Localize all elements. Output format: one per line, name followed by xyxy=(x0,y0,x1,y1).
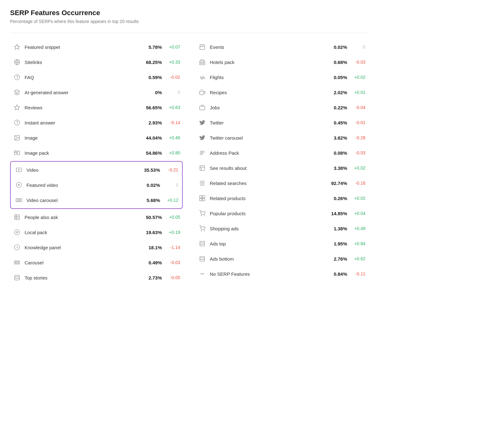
feature-row-flights[interactable]: Flights0.05%+0.02 xyxy=(195,70,368,85)
video-icon xyxy=(14,165,23,174)
feature-row-video[interactable]: Video35.53%-0.21 xyxy=(12,162,181,177)
ads-top-change: +0.84 xyxy=(350,241,365,246)
sitelinks-value: 68.25% xyxy=(140,60,162,65)
svg-rect-55 xyxy=(200,199,202,201)
events-value: 0.02% xyxy=(325,44,347,50)
feature-row-carousel[interactable]: Carousel0.49%-0.03 xyxy=(10,255,183,270)
feature-row-shopping-ads[interactable]: Shopping ads1.38%+0.49 xyxy=(195,221,368,236)
featured-snippet-icon xyxy=(13,43,21,51)
video-value: 35.53% xyxy=(138,167,160,173)
feature-row-no-serp[interactable]: No SERP Features0.84%-0.11 xyxy=(195,266,368,281)
left-column: Featured snippet5.78%+0.07Sitelinks68.25… xyxy=(10,39,183,285)
feature-row-image-pack[interactable]: Image pack54.86%+0.80 xyxy=(10,145,183,160)
feature-row-featured-snippet[interactable]: Featured snippet5.78%+0.07 xyxy=(10,39,183,55)
related-products-name: Related products xyxy=(210,196,322,201)
feature-row-events[interactable]: Events0.02%0 xyxy=(195,39,368,55)
video-carousel-value: 5.68% xyxy=(138,198,160,203)
people-ask-name: People also ask xyxy=(25,215,137,220)
jobs-change: -0.04 xyxy=(350,105,365,110)
feature-row-featured-video[interactable]: Featured video0.02%0 xyxy=(12,177,181,193)
feature-row-twitter[interactable]: Twitter0.45%-0.01 xyxy=(195,115,368,130)
faq-name: FAQ xyxy=(25,75,137,80)
shopping-ads-value: 1.38% xyxy=(325,226,347,231)
svg-point-6 xyxy=(14,120,20,125)
see-results-value: 3.38% xyxy=(325,165,347,171)
twitter-carousel-icon xyxy=(198,133,207,142)
image-icon xyxy=(13,133,21,142)
feature-row-see-results[interactable]: See results about3.38%+0.02 xyxy=(195,160,368,176)
feature-row-address-pack[interactable]: Address Pack0.08%-0.03 xyxy=(195,145,368,160)
feature-row-local-pack[interactable]: Local pack19.63%+0.19 xyxy=(10,225,183,240)
ads-bottom-icon xyxy=(198,254,207,263)
feature-row-image[interactable]: Image44.04%+0.46 xyxy=(10,130,183,145)
sitelinks-icon xyxy=(13,58,21,66)
people-ask-change: +0.05 xyxy=(165,215,180,220)
divider xyxy=(10,33,368,33)
feature-columns: Featured snippet5.78%+0.07Sitelinks68.25… xyxy=(10,39,368,285)
feature-row-ai-answer[interactable]: AI-generated answer0%0 xyxy=(10,85,183,100)
svg-rect-63 xyxy=(200,241,205,246)
feature-row-reviews[interactable]: Reviews56.65%+0.63 xyxy=(10,100,183,115)
local-pack-name: Local pack xyxy=(25,230,137,235)
feature-row-video-carousel[interactable]: Video carousel5.68%+0.12 xyxy=(12,193,181,208)
feature-row-people-ask[interactable]: People also ask50.57%+0.05 xyxy=(10,210,183,225)
svg-rect-29 xyxy=(18,261,20,264)
feature-row-top-stories[interactable]: Top stories2.73%-0.05 xyxy=(10,270,183,285)
feature-row-instant-answer[interactable]: Instant answer2.93%-0.14 xyxy=(10,115,183,130)
page-subtitle: Percentage of SERPs where this feature a… xyxy=(10,19,368,24)
svg-rect-57 xyxy=(200,196,202,198)
svg-rect-18 xyxy=(18,199,20,202)
feature-row-related-searches[interactable]: Related searches92.74%-0.16 xyxy=(195,176,368,191)
feature-row-sitelinks[interactable]: Sitelinks68.25%+0.33 xyxy=(10,55,183,70)
svg-rect-56 xyxy=(203,199,205,201)
svg-marker-0 xyxy=(14,44,20,49)
feature-row-ads-bottom[interactable]: Ads bottom2.76%+0.62 xyxy=(195,251,368,266)
video-carousel-name: Video carousel xyxy=(26,198,135,203)
see-results-change: +0.02 xyxy=(350,165,365,170)
see-results-icon xyxy=(198,164,207,172)
carousel-name: Carousel xyxy=(25,260,137,265)
svg-rect-38 xyxy=(201,62,202,63)
events-name: Events xyxy=(210,44,322,50)
svg-rect-33 xyxy=(200,45,205,49)
feature-row-knowledge-panel[interactable]: Knowledge panel18.1%-1.14 xyxy=(10,240,183,255)
feature-row-related-products[interactable]: Related products0.26%+0.02 xyxy=(195,191,368,206)
svg-rect-10 xyxy=(14,151,17,155)
svg-point-9 xyxy=(16,136,17,137)
knowledge-panel-value: 18.1% xyxy=(140,245,162,250)
feature-row-faq[interactable]: FAQ0.59%-0.02 xyxy=(10,70,183,85)
sitelinks-name: Sitelinks xyxy=(25,60,137,65)
svg-point-24 xyxy=(14,230,20,235)
video-carousel-change: +0.12 xyxy=(163,198,178,203)
no-serp-name: No SERP Features xyxy=(210,271,322,277)
knowledge-panel-icon xyxy=(13,243,21,252)
feature-row-twitter-carousel[interactable]: Twitter carousel3.82%-0.28 xyxy=(195,130,368,145)
shopping-ads-name: Shopping ads xyxy=(210,226,322,231)
right-column: Events0.02%0Hotels pack0.68%-0.03Flights… xyxy=(195,39,368,285)
image-pack-icon xyxy=(13,148,21,157)
featured-snippet-value: 5.78% xyxy=(140,44,162,50)
events-change: 0 xyxy=(350,44,365,49)
address-pack-change: -0.03 xyxy=(350,150,365,155)
feature-row-popular-products[interactable]: Popular products14.85%+0.04 xyxy=(195,206,368,221)
feature-row-ads-top[interactable]: Ads top1.95%+0.84 xyxy=(195,236,368,251)
twitter-carousel-value: 3.82% xyxy=(325,135,347,141)
featured-video-value: 0.02% xyxy=(138,182,160,188)
recipes-change: +0.01 xyxy=(350,90,365,95)
feature-row-hotels-pack[interactable]: Hotels pack0.68%-0.03 xyxy=(195,55,368,70)
svg-point-60 xyxy=(204,216,205,216)
carousel-value: 0.49% xyxy=(140,260,162,265)
reviews-name: Reviews xyxy=(25,105,137,110)
hotels-pack-value: 0.68% xyxy=(325,60,347,65)
featured-video-icon xyxy=(14,181,23,189)
related-searches-name: Related searches xyxy=(210,181,322,186)
popular-products-value: 14.85% xyxy=(325,211,347,216)
popular-products-icon xyxy=(198,209,207,218)
svg-marker-5 xyxy=(14,105,20,110)
featured-video-change: 0 xyxy=(163,182,178,187)
image-name: Image xyxy=(25,135,137,141)
feature-row-jobs[interactable]: Jobs0.22%-0.04 xyxy=(195,100,368,115)
twitter-value: 0.45% xyxy=(325,120,347,125)
feature-row-recipes[interactable]: Recipes2.02%+0.01 xyxy=(195,85,368,100)
no-serp-change: -0.11 xyxy=(350,271,365,276)
